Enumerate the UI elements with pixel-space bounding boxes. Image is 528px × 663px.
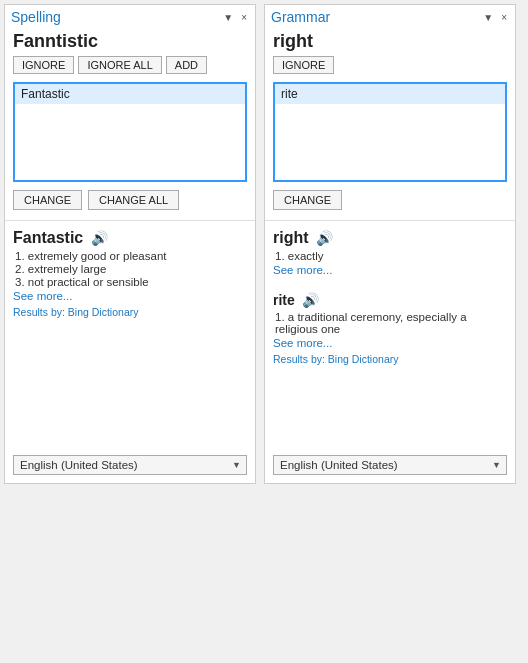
spelling-def-word: Fantastic (13, 229, 83, 246)
spelling-close-button[interactable]: × (239, 12, 249, 23)
spelling-suggestion-item[interactable]: Fantastic (15, 84, 245, 104)
spelling-def-meanings: 1. extremely good or pleasant 2. extreme… (13, 247, 247, 288)
spelling-add-button[interactable]: ADD (166, 56, 207, 74)
grammar-results-by: Results by: Bing Dictionary (273, 353, 507, 365)
grammar-action-buttons: IGNORE (265, 54, 515, 80)
grammar-meaning-right-1: 1. exactly (275, 250, 507, 262)
spelling-action-buttons: IGNORE IGNORE ALL ADD (5, 54, 255, 80)
grammar-see-more-right[interactable]: See more... (273, 264, 507, 276)
grammar-language-select[interactable]: English (United States) (273, 455, 507, 475)
grammar-change-buttons: CHANGE (265, 184, 515, 216)
grammar-audio-icon-right[interactable]: 🔊 (316, 230, 333, 246)
spelling-panel: Spelling ▼ × Fanntistic IGNORE IGNORE AL… (4, 4, 256, 484)
spelling-divider (5, 220, 255, 221)
spelling-language-select-wrapper: English (United States) (13, 455, 247, 475)
spelling-results-by-label: Results by: (13, 306, 65, 318)
spelling-panel-title: Spelling (11, 9, 61, 25)
grammar-results-by-label: Results by: (273, 353, 325, 365)
spelling-language-select[interactable]: English (United States) (13, 455, 247, 475)
spelling-change-buttons: CHANGE CHANGE ALL (5, 184, 255, 216)
grammar-def-word-rite: rite (273, 292, 295, 308)
grammar-panel: Grammar ▼ × right IGNORE rite CHANGE rig… (264, 4, 516, 484)
spelling-language-container: English (United States) (5, 449, 255, 483)
grammar-close-button[interactable]: × (499, 12, 509, 23)
spelling-minimize-button[interactable]: ▼ (221, 12, 235, 23)
spelling-ignore-all-button[interactable]: IGNORE ALL (78, 56, 161, 74)
grammar-minimize-button[interactable]: ▼ (481, 12, 495, 23)
grammar-divider (265, 220, 515, 221)
grammar-def-meanings-right: 1. exactly (273, 247, 507, 262)
spelling-change-all-button[interactable]: CHANGE ALL (88, 190, 179, 210)
grammar-change-button[interactable]: CHANGE (273, 190, 342, 210)
grammar-suggestion-box[interactable]: rite (273, 82, 507, 182)
spelling-misspelled-word: Fanntistic (5, 27, 255, 54)
spelling-suggestion-box[interactable]: Fantastic (13, 82, 247, 182)
spelling-ignore-button[interactable]: IGNORE (13, 56, 74, 74)
grammar-definition-rite: rite 🔊 1. a traditional ceremony, especi… (265, 288, 515, 369)
spelling-meaning-2: 2. extremely large (15, 263, 247, 275)
grammar-word: right (265, 27, 515, 54)
grammar-def-word-right: right (273, 229, 309, 246)
grammar-meaning-rite-1: 1. a traditional ceremony, especially a … (275, 311, 507, 335)
spelling-change-button[interactable]: CHANGE (13, 190, 82, 210)
grammar-definition-right: right 🔊 1. exactly See more... (265, 225, 515, 280)
grammar-results-by-source[interactable]: Bing Dictionary (328, 353, 399, 365)
spelling-results-by-source[interactable]: Bing Dictionary (68, 306, 139, 318)
spelling-panel-header: Spelling ▼ × (5, 5, 255, 27)
grammar-language-container: English (United States) (265, 449, 515, 483)
grammar-audio-icon-rite[interactable]: 🔊 (302, 292, 319, 308)
spelling-panel-controls: ▼ × (221, 12, 249, 23)
grammar-panel-controls: ▼ × (481, 12, 509, 23)
grammar-panel-title: Grammar (271, 9, 330, 25)
spelling-audio-icon[interactable]: 🔊 (91, 230, 108, 246)
grammar-language-select-wrapper: English (United States) (273, 455, 507, 475)
spelling-definition: Fantastic 🔊 1. extremely good or pleasan… (5, 225, 255, 322)
spelling-meaning-3: 3. not practical or sensible (15, 276, 247, 288)
spelling-see-more-link[interactable]: See more... (13, 290, 247, 302)
spelling-results-by: Results by: Bing Dictionary (13, 306, 247, 318)
grammar-def-meanings-rite: 1. a traditional ceremony, especially a … (273, 308, 507, 335)
grammar-panel-header: Grammar ▼ × (265, 5, 515, 27)
grammar-see-more-rite[interactable]: See more... (273, 337, 507, 349)
grammar-suggestion-item[interactable]: rite (275, 84, 505, 104)
grammar-ignore-button[interactable]: IGNORE (273, 56, 334, 74)
spelling-meaning-1: 1. extremely good or pleasant (15, 250, 247, 262)
